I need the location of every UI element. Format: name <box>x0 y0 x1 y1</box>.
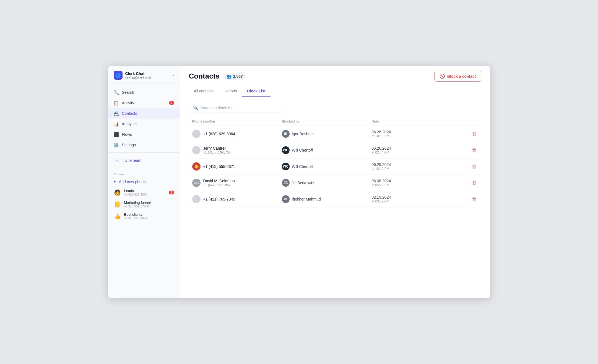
col-blocked-by: Blocked by <box>282 119 371 123</box>
search-bar[interactable]: 🔍 <box>189 103 283 113</box>
search-input[interactable] <box>201 106 279 110</box>
date-time: at 02:44 AM <box>371 150 461 154</box>
sidebar-item-contacts[interactable]: 📇 Contacts <box>108 108 180 119</box>
brand[interactable]: 🌐 Clerk Chat yevhen@clerk.chat <box>114 71 151 80</box>
date-main: 06.08.2024 <box>371 179 461 183</box>
contact-cell: +1 (421) 765-7345 <box>192 195 282 203</box>
blocked-by-avatar: WC <box>282 163 290 170</box>
blocked-by-cell: IB Igor Boshoer <box>282 130 371 138</box>
contact-info: +1 (628) 629-3964 <box>203 132 235 136</box>
contact-cell: 😶 +1 (415) 555-2671 <box>192 162 282 171</box>
table-row: +1 (628) 629-3964 IB Igor Boshoer 06.26.… <box>189 126 481 142</box>
sidebar-item-label: Contacts <box>122 111 137 116</box>
sidebar-item-label: Flows <box>122 132 132 137</box>
sidebar-item-label: Analytics <box>122 122 137 126</box>
blocked-by-name: Will Chertoff <box>292 148 313 152</box>
tab-cohorts[interactable]: Cohorts <box>219 86 242 97</box>
blocked-by-cell: JB Jill Berkowitz <box>282 179 371 187</box>
avatar: 😶 <box>192 162 201 171</box>
best-clients-emoji: 👍 <box>114 213 121 220</box>
blocked-by-avatar: IB <box>282 130 290 138</box>
best-clients-number: +1 415 555-2671 <box>124 217 147 220</box>
contact-info: +1 (415) 555-2671 <box>203 164 235 169</box>
sidebar-item-settings[interactable]: ⚙️ Settings <box>108 140 180 150</box>
table-row: DS David M. Solomon +1 (627) 992-1852 JB… <box>189 175 481 191</box>
date-time: at 03:52 PM <box>371 199 461 203</box>
page-title: Contacts <box>189 72 220 80</box>
date-time: at 10:19 PM <box>371 134 461 138</box>
block-contact-button[interactable]: 🚫 Block a contact <box>434 71 481 82</box>
phone-item-marketing[interactable]: 📒 Marketing funnel +1 415 559-17260 <box>108 198 180 210</box>
block-icon: 🚫 <box>440 74 445 79</box>
delete-button[interactable]: 🗑 <box>471 179 478 187</box>
tab-block-list[interactable]: Block List <box>242 86 271 97</box>
delete-cell: 🗑 <box>461 146 478 154</box>
col-actions <box>461 119 478 123</box>
contact-info: Jerry Cantrell +1 (415) 559-1760 <box>203 146 231 154</box>
block-contact-label: Block a contact <box>447 74 476 79</box>
blocked-by-cell: WC Will Chertoff <box>282 146 371 154</box>
main-content: Contacts 👥 2,567 🚫 Block a contact All c… <box>180 66 490 298</box>
tabs-row: All contacts Cohorts Block List <box>180 86 490 96</box>
table-row: +1 (421) 765-7345 IM Iftekher Mahmud 02.… <box>189 191 481 207</box>
marketing-info: Marketing funnel +1 415 559-17260 <box>124 201 151 208</box>
blocked-by-name: Jill Berkowitz <box>292 181 314 185</box>
delete-cell: 🗑 <box>461 130 478 138</box>
table-header: Phone number Blocked by Date <box>189 119 481 126</box>
contact-phone: +1 (415) 559-1760 <box>203 150 231 154</box>
marketing-emoji: 📒 <box>114 201 121 208</box>
contact-cell: Jerry Cantrell +1 (415) 559-1760 <box>192 146 282 154</box>
sidebar-item-label: Activity <box>122 101 134 105</box>
plus-icon: + <box>114 179 116 184</box>
sidebar-item-analytics[interactable]: 📊 Analytics <box>108 119 180 129</box>
invite-icon: ✉️ <box>114 158 119 163</box>
contact-name: +1 (421) 765-7345 <box>203 197 235 201</box>
date-cell: 06.26.2024 at 02:44 AM <box>371 146 461 154</box>
avatar <box>192 130 201 138</box>
blocked-by-name: Igor Boshoer <box>292 132 314 136</box>
contact-name: +1 (415) 555-2671 <box>203 164 235 169</box>
sidebar-item-search[interactable]: 🔍 Search <box>108 87 180 98</box>
phone-item-leads[interactable]: 🧑 Leads +1 628 629-3964 3 <box>108 186 180 198</box>
sidebar-item-label: Settings <box>122 143 136 147</box>
leads-emoji: 🧑 <box>114 189 121 196</box>
col-date: Date <box>371 119 461 123</box>
contact-count: 2,567 <box>233 74 243 79</box>
contact-info: David M. Solomon +1 (627) 992-1852 <box>203 179 235 187</box>
people-icon: 👥 <box>227 74 232 79</box>
page-title-row: Contacts 👥 2,567 <box>189 72 246 80</box>
brand-name: Clerk Chat <box>125 71 151 76</box>
sidebar-item-activity[interactable]: 📋 Activity 7 <box>108 98 180 108</box>
delete-button[interactable]: 🗑 <box>471 146 478 154</box>
brand-email: yevhen@clerk.chat <box>125 76 151 79</box>
best-clients-info: Best clients +1 415 555-2671 <box>124 212 147 220</box>
analytics-icon: 📊 <box>114 121 119 126</box>
contact-name: David M. Solomon <box>203 179 235 183</box>
sidebar-nav: 🔍 Search 📋 Activity 7 📇 Contacts 📊 Analy… <box>108 84 180 298</box>
delete-cell: 🗑 <box>461 195 478 203</box>
chevron-down-icon: ▾ <box>173 73 174 77</box>
date-main: 06.26.2024 <box>371 130 461 134</box>
delete-button[interactable]: 🗑 <box>471 195 478 203</box>
add-phone-item[interactable]: + Add new phone <box>108 177 180 186</box>
blocked-by-name: Will Chertoff <box>292 164 313 169</box>
best-clients-name: Best clients <box>124 212 147 217</box>
sidebar-item-flows[interactable]: ⬛ Flows <box>108 129 180 140</box>
avatar: DS <box>192 179 201 187</box>
delete-button[interactable]: 🗑 <box>471 163 478 171</box>
search-icon: 🔍 <box>114 90 119 95</box>
tab-all-contacts[interactable]: All contacts <box>189 86 219 97</box>
flows-icon: ⬛ <box>114 132 119 137</box>
invite-team-item[interactable]: ✉️ Invite team <box>108 155 180 166</box>
activity-badge: 7 <box>169 101 174 105</box>
phone-item-best-clients[interactable]: 👍 Best clients +1 415 555-2671 <box>108 210 180 222</box>
contact-phone: +1 (627) 992-1852 <box>203 183 235 187</box>
date-time: at 10:19 PM <box>371 167 461 171</box>
delete-button[interactable]: 🗑 <box>471 130 478 138</box>
avatar <box>192 195 201 203</box>
marketing-number: +1 415 559-17260 <box>124 205 151 208</box>
avatar <box>192 146 201 154</box>
date-cell: 02.19.2024 at 03:52 PM <box>371 195 461 203</box>
search-icon: 🔍 <box>193 105 198 110</box>
leads-number: +1 628 629-3964 <box>124 193 147 196</box>
